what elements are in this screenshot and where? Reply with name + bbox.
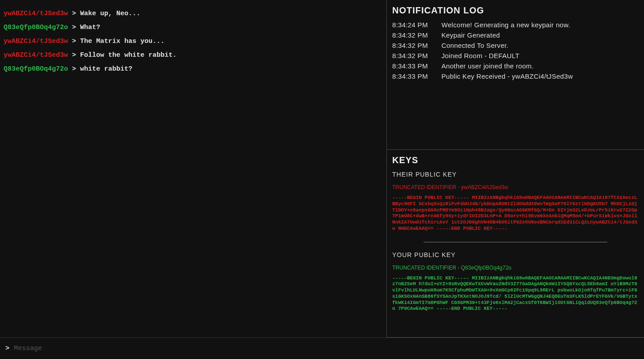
your-public-key-label: YOUR PUBLIC KEY (392, 251, 639, 258)
chat-line: Q83eQfp0BOq4g72o > What? (4, 23, 383, 32)
chat-separator: > (72, 65, 80, 73)
notification-log-section: NOTIFICATION LOG 8:34:24 PM Welcome! Gen… (387, 0, 644, 150)
chat-user-id: Q83eQfp0BOq4g72o (4, 65, 68, 73)
their-truncated-identifier: TRUNCATED IDENTIFIER - ywABZCi4/tJSed3w (392, 184, 639, 190)
keys-title: KEYS (392, 155, 639, 165)
notification-row: 8:34:33 PM Public Key Received - ywABZCi… (392, 72, 639, 80)
notification-log-title: NOTIFICATION LOG (392, 5, 639, 16)
chat-message-text: Follow the white rabbit. (80, 51, 177, 59)
notification-message: Another user joined the room. (441, 62, 639, 70)
chat-user-id: ywABZCi4/tJSed3w (4, 51, 68, 59)
notification-time: 8:34:32 PM (392, 42, 441, 49)
notification-time: 8:34:32 PM (392, 31, 441, 39)
notification-message: Connected To Server. (441, 42, 639, 49)
notification-message: Keypair Generated (441, 31, 639, 39)
notification-row: 8:34:32 PM Joined Room - DEFAULT (392, 52, 639, 59)
your-public-key-pem: -----BEGIN PUBLIC KEY----- MIIBIzANBgkqh… (392, 275, 639, 313)
chat-message-text: What? (80, 24, 100, 31)
chat-line: ywABZCi4/tJSed3w > Follow the white rabb… (4, 51, 383, 60)
keys-section: KEYS THEIR PUBLIC KEY TRUNCATED IDENTIFI… (387, 150, 644, 338)
notification-time: 8:34:33 PM (392, 62, 441, 70)
message-input-bar[interactable]: > (0, 338, 644, 359)
chat-message-text: The Matrix has you... (80, 38, 165, 45)
notification-row: 8:34:33 PM Another user joined the room. (392, 62, 639, 70)
chat-message-text: Wake up, Neo... (80, 10, 140, 17)
notification-time: 8:34:33 PM (392, 72, 441, 80)
notification-message: Joined Room - DEFAULT (441, 52, 639, 59)
chat-line: ywABZCi4/tJSed3w > The Matrix has you... (4, 37, 383, 46)
your-truncated-identifier: TRUNCATED IDENTIFIER - Q83eQfp0BOq4g72o (392, 265, 639, 271)
chat-user-id: Q83eQfp0BOq4g72o (4, 24, 68, 31)
chat-separator: > (72, 51, 80, 59)
chat-message-text: white rabbit? (80, 65, 132, 73)
chat-user-id: ywABZCi4/tJSed3w (4, 38, 68, 45)
their-public-key-pem: -----BEGIN PUBLIC KEY----- MIIBIzANBgkqh… (392, 195, 639, 232)
message-input[interactable] (14, 345, 639, 352)
chat-separator: > (72, 38, 80, 45)
chat-user-id: ywABZCi4/tJSed3w (4, 10, 68, 17)
key-divider (424, 242, 607, 242)
notification-time: 8:34:32 PM (392, 52, 441, 59)
notification-row: 8:34:32 PM Connected To Server. (392, 42, 639, 49)
input-prompt: > (5, 345, 9, 352)
notification-row: 8:34:32 PM Keypair Generated (392, 31, 639, 39)
notification-time: 8:34:24 PM (392, 21, 441, 29)
chat-separator: > (72, 10, 80, 17)
notification-message: Public Key Received - ywABZCi4/tJSed3w (441, 72, 639, 80)
chat-pane: ywABZCi4/tJSed3w > Wake up, Neo... Q83eQ… (0, 0, 387, 338)
notification-message: Welcome! Generating a new keypair now. (441, 21, 639, 29)
their-public-key-label: THEIR PUBLIC KEY (392, 171, 639, 178)
sidebar: NOTIFICATION LOG 8:34:24 PM Welcome! Gen… (387, 0, 644, 338)
chat-line: ywABZCi4/tJSed3w > Wake up, Neo... (4, 9, 383, 18)
notification-row: 8:34:24 PM Welcome! Generating a new key… (392, 21, 639, 29)
chat-line: Q83eQfp0BOq4g72o > white rabbit? (4, 64, 383, 74)
chat-separator: > (72, 24, 80, 31)
